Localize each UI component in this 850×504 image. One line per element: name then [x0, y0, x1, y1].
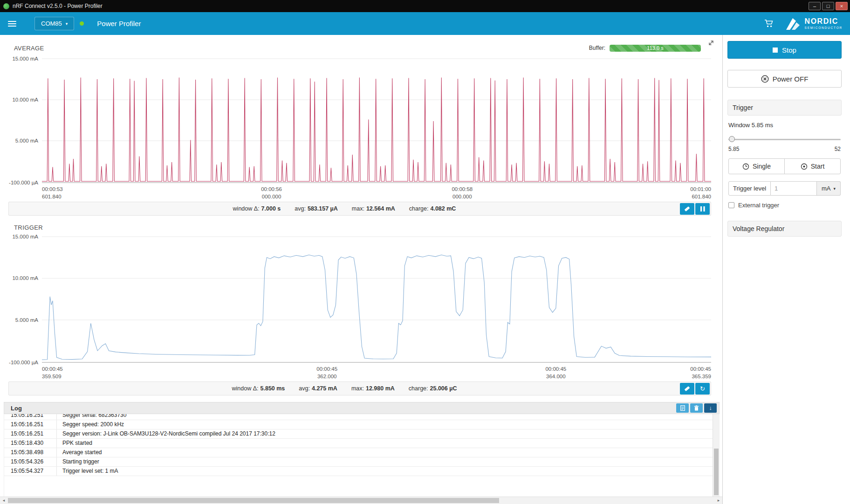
trigger-chart-block: 15.000 mA10.000 mA5.000 mA-100.000 µA 00…: [8, 236, 711, 395]
stat-max: max:12.980 mA: [351, 385, 395, 392]
trigger-chart-plot[interactable]: [42, 236, 711, 363]
horizontal-scrollbar-thumb[interactable]: [8, 498, 499, 503]
y-tick-label: -100.000 µA: [9, 180, 38, 185]
log-message: PPK started: [56, 439, 713, 448]
eraser-icon: [684, 386, 691, 392]
cart-icon: [764, 19, 774, 28]
menu-button[interactable]: [0, 12, 24, 35]
page-title: Power Profiler: [97, 20, 141, 27]
close-button[interactable]: ×: [836, 2, 848, 10]
log-body: 15:05:16.251Segger serial: 68236373015:0…: [4, 414, 720, 497]
trigger-level-input[interactable]: [771, 181, 817, 196]
x-tick-label: 00:00:45365.359: [690, 365, 711, 380]
scroll-right-arrow[interactable]: ▸: [715, 497, 722, 504]
hamburger-icon: [8, 21, 16, 22]
log-timestamp: 15:05:16.251: [4, 414, 56, 420]
start-trigger-button[interactable]: Start: [784, 158, 841, 174]
average-section-title: AVERAGE: [14, 45, 44, 52]
window-controls: – □ ×: [809, 2, 848, 10]
clear-average-button[interactable]: [680, 203, 694, 215]
trigger-x-axis: 00:00:45359.50900:00:45362.00000:00:4536…: [42, 363, 711, 380]
power-off-button[interactable]: Power OFF: [727, 70, 842, 88]
log-title: Log: [11, 405, 22, 412]
trigger-window-slider[interactable]: [728, 136, 841, 143]
slider-track[interactable]: [728, 139, 841, 140]
maximize-button[interactable]: □: [822, 2, 834, 10]
stat-avg: avg:583.157 µA: [295, 205, 338, 212]
log-message: Segger speed: 2000 kHz: [56, 420, 713, 429]
clear-log-button[interactable]: [690, 403, 703, 413]
scroll-left-arrow[interactable]: ◂: [0, 497, 7, 504]
log-rows: 15:05:16.251Segger serial: 68236373015:0…: [4, 414, 713, 497]
device-selector-label: COM85: [41, 20, 62, 27]
window-titlebar: nRF Connect v2.5.0 - Power Profiler – □ …: [0, 0, 850, 12]
log-timestamp: 15:05:16.251: [4, 420, 56, 429]
x-tick-label: 00:00:53601.840: [42, 185, 63, 200]
average-y-axis: 15.000 mA10.000 mA5.000 mA-100.000 µA: [8, 58, 42, 183]
horizontal-scrollbar[interactable]: ◂ ▸: [0, 497, 722, 504]
stat-window: window Δ:5.850 ms: [232, 385, 285, 392]
trigger-section-title: TRIGGER: [14, 224, 43, 231]
cart-button[interactable]: [764, 19, 774, 28]
buffer-indicator: Buffer: 113.0 s: [589, 45, 701, 52]
trigger-level-label: Trigger level: [728, 181, 771, 196]
y-tick-label: -100.000 µA: [9, 360, 38, 365]
clear-trigger-button[interactable]: [680, 383, 694, 395]
buffer-progressbar: 113.0 s: [610, 45, 701, 52]
log-message: Starting trigger: [56, 457, 713, 466]
y-tick-label: 10.000 mA: [12, 275, 38, 281]
open-logfile-button[interactable]: [676, 403, 689, 413]
trigger-window-label: Window 5.85 ms: [728, 122, 841, 129]
file-icon: [680, 405, 685, 411]
single-trigger-button[interactable]: Single: [728, 158, 785, 174]
reset-trigger-button[interactable]: ↻: [695, 383, 710, 395]
y-tick-label: 5.000 mA: [15, 317, 38, 323]
slider-thumb[interactable]: [729, 136, 735, 142]
log-row: 15:05:54.327Trigger level set: 1 mA: [4, 467, 713, 476]
trigger-unit-dropdown[interactable]: mA ▾: [817, 181, 841, 196]
log-timestamp: 15:05:18.430: [4, 439, 56, 448]
average-chart-plot[interactable]: [42, 58, 711, 183]
minimize-button[interactable]: –: [809, 2, 821, 10]
autoscroll-button[interactable]: ↓: [704, 403, 717, 413]
log-row: 15:05:16.251Segger serial: 682363730: [4, 414, 713, 420]
control-sidebar: Stop Power OFF Trigger Window 5.85 ms: [722, 35, 850, 504]
app-header: COM85 ▾ Power Profiler NORDIC SEMICONDUC…: [0, 12, 850, 35]
clock-icon: [742, 163, 749, 170]
log-message: Trigger level set: 1 mA: [56, 467, 713, 476]
trash-icon: [694, 405, 699, 411]
log-message: Segger serial: 682363730: [56, 414, 713, 420]
voltage-regulator-panel-header[interactable]: Voltage Regulator: [727, 221, 842, 237]
log-vertical-scrollbar[interactable]: [713, 414, 720, 497]
trigger-level-group: Trigger level mA ▾: [728, 181, 841, 196]
app-icon: [3, 3, 9, 9]
average-section-head: AVERAGE Buffer: 113.0 s: [14, 41, 713, 54]
trigger-panel-header[interactable]: Trigger: [727, 100, 842, 116]
log-timestamp: 15:05:16.251: [4, 429, 56, 438]
y-tick-label: 5.000 mA: [15, 138, 38, 143]
device-selector[interactable]: COM85 ▾: [34, 17, 74, 30]
window-title: nRF Connect v2.5.0 - Power Profiler: [13, 3, 103, 9]
average-chart-block: 15.000 mA10.000 mA5.000 mA-100.000 µA 00…: [8, 58, 711, 216]
external-trigger-checkbox[interactable]: [728, 202, 734, 208]
stat-charge: charge:25.006 µC: [409, 385, 457, 392]
stat-window: window Δ:7.000 s: [233, 205, 281, 212]
nordic-logo: NORDIC SEMICONDUCTOR: [786, 17, 843, 30]
stat-max: max:12.564 mA: [352, 205, 395, 212]
stop-button[interactable]: Stop: [727, 41, 842, 59]
fullscreen-expand-button[interactable]: [707, 38, 718, 48]
log-row: 15:05:54.326Starting trigger: [4, 457, 713, 467]
chevron-down-icon: ▾: [66, 21, 68, 26]
log-scrollbar-thumb[interactable]: [714, 449, 719, 495]
average-stats-bar: window Δ:7.000 savg:583.157 µAmax:12.564…: [8, 202, 711, 216]
y-tick-label: 15.000 mA: [12, 234, 38, 239]
trigger-y-axis: 15.000 mA10.000 mA5.000 mA-100.000 µA: [8, 236, 42, 363]
stop-icon: [773, 48, 778, 53]
chevron-down-icon: ▾: [833, 186, 836, 191]
x-tick-label: 00:00:58000.000: [452, 185, 473, 200]
x-tick-label: 00:00:56000.000: [261, 185, 282, 200]
app-window: nRF Connect v2.5.0 - Power Profiler – □ …: [0, 0, 850, 504]
pause-average-button[interactable]: [695, 203, 710, 215]
average-x-axis: 00:00:53601.84000:00:56000.00000:00:5800…: [42, 183, 711, 200]
stat-charge: charge:4.082 mC: [409, 205, 456, 212]
